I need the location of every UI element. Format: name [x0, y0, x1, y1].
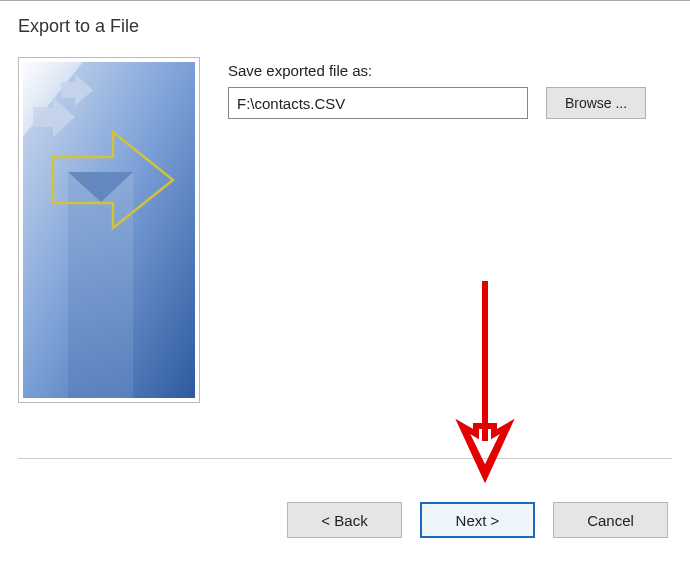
export-arrow-graphic-icon	[23, 62, 195, 398]
filepath-label: Save exported file as:	[228, 62, 672, 79]
content-area: Save exported file as: Browse ...	[0, 57, 690, 403]
next-button[interactable]: Next >	[420, 502, 535, 538]
filepath-input[interactable]	[228, 87, 528, 119]
dialog-title: Export to a File	[0, 1, 690, 57]
form-panel: Save exported file as: Browse ...	[200, 57, 672, 403]
browse-button[interactable]: Browse ...	[546, 87, 646, 119]
wizard-button-row: < Back Next > Cancel	[287, 502, 668, 538]
export-wizard-dialog: Export to a File	[0, 0, 690, 563]
wizard-image-panel	[18, 57, 200, 403]
separator-line	[18, 458, 672, 459]
back-button[interactable]: < Back	[287, 502, 402, 538]
filepath-row: Browse ...	[228, 87, 672, 119]
cancel-button[interactable]: Cancel	[553, 502, 668, 538]
